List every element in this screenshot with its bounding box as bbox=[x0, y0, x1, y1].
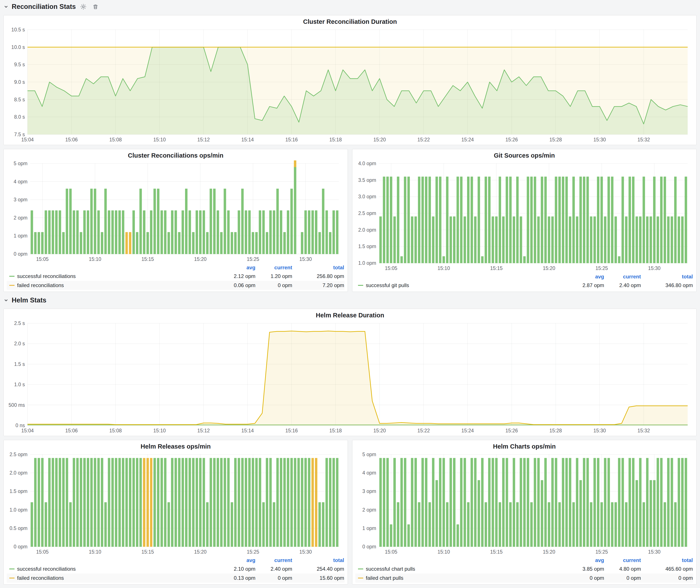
legend-col-total[interactable]: total bbox=[292, 557, 344, 563]
svg-text:15:16: 15:16 bbox=[285, 428, 298, 433]
svg-text:2.5 s: 2.5 s bbox=[14, 320, 25, 326]
svg-text:0 opm: 0 opm bbox=[14, 251, 27, 257]
svg-text:1.0 opm: 1.0 opm bbox=[358, 260, 376, 266]
series-current: 4.80 opm bbox=[604, 566, 641, 572]
svg-text:15:24: 15:24 bbox=[461, 137, 474, 142]
svg-text:15:30: 15:30 bbox=[648, 265, 661, 271]
svg-text:2.0 opm: 2.0 opm bbox=[10, 470, 27, 476]
svg-text:15:28: 15:28 bbox=[549, 137, 562, 142]
cluster-reconciliation-duration-chart[interactable]: 7.5 s8.0 s8.5 s9.0 s9.5 s10.0 s10.5 s15:… bbox=[7, 27, 693, 143]
svg-text:15:18: 15:18 bbox=[329, 428, 342, 433]
series-name[interactable]: successful git pulls bbox=[366, 282, 409, 288]
svg-text:15:25: 15:25 bbox=[595, 265, 608, 271]
series-color-marker bbox=[9, 578, 15, 578]
svg-text:15:10: 15:10 bbox=[89, 256, 101, 262]
svg-text:15:14: 15:14 bbox=[241, 428, 254, 433]
svg-text:15:25: 15:25 bbox=[247, 549, 259, 555]
legend-header-row: avg current total bbox=[355, 273, 693, 281]
svg-text:3 opm: 3 opm bbox=[362, 488, 376, 494]
svg-text:15:15: 15:15 bbox=[141, 256, 154, 262]
svg-text:15:20: 15:20 bbox=[373, 428, 386, 433]
series-color-marker bbox=[9, 276, 15, 277]
panel-title[interactable]: Git Sources ops/min bbox=[355, 150, 693, 160]
panel-title[interactable]: Helm Release Duration bbox=[7, 310, 693, 320]
chevron-down-icon[interactable] bbox=[3, 298, 9, 303]
legend-col-avg[interactable]: avg bbox=[219, 557, 255, 563]
panel-helm-release-duration: Helm Release Duration 0 ns500 ms1.0 s1.5… bbox=[3, 309, 697, 436]
svg-text:15:30: 15:30 bbox=[648, 549, 661, 555]
svg-text:15:20: 15:20 bbox=[194, 549, 207, 555]
svg-text:0 opm: 0 opm bbox=[362, 544, 376, 549]
svg-text:9.0 s: 9.0 s bbox=[14, 79, 25, 85]
svg-text:15:18: 15:18 bbox=[329, 137, 342, 142]
svg-text:15:20: 15:20 bbox=[373, 137, 386, 142]
legend-col-total[interactable]: total bbox=[641, 557, 693, 563]
svg-text:15:20: 15:20 bbox=[543, 265, 555, 271]
section-title[interactable]: Reconciliation Stats bbox=[12, 3, 76, 11]
helm-charts-chart[interactable]: 0 opm1 opm2 opm3 opm4 opm5 opm15:0515:10… bbox=[355, 451, 693, 555]
series-current: 0 opm bbox=[604, 575, 641, 581]
svg-text:15:30: 15:30 bbox=[299, 549, 312, 555]
legend-col-avg[interactable]: avg bbox=[219, 265, 255, 271]
svg-text:15:05: 15:05 bbox=[385, 265, 397, 271]
panel-title[interactable]: Helm Charts ops/min bbox=[355, 441, 693, 451]
svg-text:15:10: 15:10 bbox=[437, 265, 450, 271]
svg-text:15:10: 15:10 bbox=[89, 549, 101, 555]
series-name[interactable]: failed chart pulls bbox=[366, 575, 403, 581]
svg-text:2.0 opm: 2.0 opm bbox=[358, 227, 376, 233]
svg-text:15:15: 15:15 bbox=[141, 549, 154, 555]
series-total: 254.40 opm bbox=[292, 566, 344, 572]
series-name[interactable]: failed reconciliations bbox=[17, 575, 64, 581]
svg-text:7.5 s: 7.5 s bbox=[14, 132, 25, 137]
svg-text:15:25: 15:25 bbox=[595, 549, 608, 555]
trash-icon[interactable] bbox=[91, 3, 100, 11]
series-name[interactable]: successful chart pulls bbox=[366, 566, 415, 572]
svg-text:4 opm: 4 opm bbox=[362, 470, 376, 476]
panel-title[interactable]: Helm Releases ops/min bbox=[7, 441, 345, 451]
svg-text:15:06: 15:06 bbox=[65, 428, 78, 433]
legend-col-avg[interactable]: avg bbox=[567, 274, 604, 280]
legend-col-total[interactable]: total bbox=[292, 265, 344, 271]
svg-text:15:15: 15:15 bbox=[490, 549, 503, 555]
svg-text:0.5 opm: 0.5 opm bbox=[10, 525, 27, 531]
series-total: 465.60 opm bbox=[641, 566, 693, 572]
svg-text:3 opm: 3 opm bbox=[14, 197, 27, 202]
legend-col-avg[interactable]: avg bbox=[567, 557, 604, 563]
cluster-reconciliations-chart[interactable]: 0 opm1 opm2 opm3 opm4 opm5 opm15:0515:10… bbox=[7, 160, 345, 263]
series-name[interactable]: failed reconciliations bbox=[17, 282, 64, 288]
grafana-dashboard: Reconciliation Stats Cluster Reconciliat… bbox=[0, 0, 700, 588]
series-total: 256.80 opm bbox=[292, 273, 344, 279]
section-title[interactable]: Helm Stats bbox=[12, 296, 46, 304]
legend-col-current[interactable]: current bbox=[255, 557, 292, 563]
series-name[interactable]: successful reconciliations bbox=[17, 566, 76, 572]
gear-icon[interactable] bbox=[79, 3, 88, 11]
series-total: 346.80 opm bbox=[641, 282, 693, 288]
legend-col-current[interactable]: current bbox=[604, 557, 641, 563]
legend-col-current[interactable]: current bbox=[604, 274, 641, 280]
legend-series-row: successful chart pulls 3.85 opm 4.80 opm… bbox=[355, 564, 693, 573]
helm-releases-chart[interactable]: 0 opm0.5 opm1.0 opm1.5 opm2.0 opm2.5 opm… bbox=[7, 451, 345, 555]
legend-series-row: successful reconciliations 2.12 opm 1.20… bbox=[7, 272, 345, 281]
svg-text:15:14: 15:14 bbox=[241, 137, 254, 142]
series-color-marker bbox=[9, 569, 15, 569]
chevron-down-icon[interactable] bbox=[3, 4, 9, 9]
svg-text:15:12: 15:12 bbox=[197, 428, 210, 433]
panel-git-sources-opm: Git Sources ops/min 1.0 opm1.5 opm2.0 op… bbox=[352, 149, 697, 292]
panel-title[interactable]: Cluster Reconciliations ops/min bbox=[7, 150, 345, 160]
legend-header-row: avg current total bbox=[7, 263, 345, 272]
legend: avg current total successful reconciliat… bbox=[7, 555, 345, 583]
series-avg: 2.10 opm bbox=[219, 566, 255, 572]
legend-col-current[interactable]: current bbox=[255, 265, 292, 271]
svg-text:15:16: 15:16 bbox=[285, 137, 298, 142]
row-header-reconciliation-stats[interactable]: Reconciliation Stats bbox=[3, 2, 697, 11]
row-header-helm-stats[interactable]: Helm Stats bbox=[3, 296, 697, 305]
legend-col-total[interactable]: total bbox=[641, 274, 693, 280]
series-name[interactable]: successful reconciliations bbox=[17, 273, 76, 279]
svg-text:8.0 s: 8.0 s bbox=[14, 114, 25, 120]
panel-title[interactable]: Cluster Reconciliation Duration bbox=[7, 17, 693, 27]
helm-release-duration-chart[interactable]: 0 ns500 ms1.0 s1.5 s2.0 s2.5 s15:0415:06… bbox=[7, 320, 693, 434]
svg-text:15:26: 15:26 bbox=[505, 428, 518, 433]
series-current: 2.40 opm bbox=[604, 282, 641, 288]
git-sources-chart[interactable]: 1.0 opm1.5 opm2.0 opm2.5 opm3.0 opm3.5 o… bbox=[355, 160, 693, 272]
svg-text:2 opm: 2 opm bbox=[14, 215, 27, 221]
